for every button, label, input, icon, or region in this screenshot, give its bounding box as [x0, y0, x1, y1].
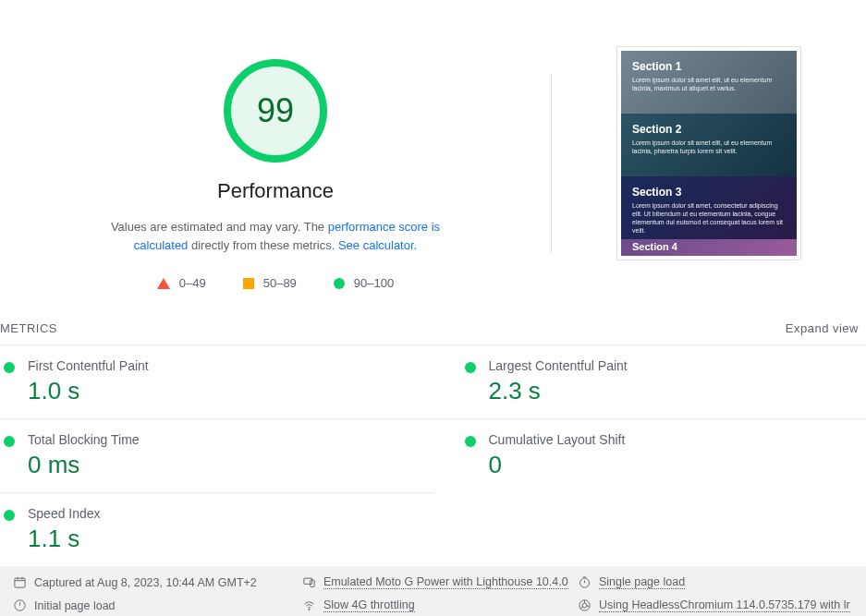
svg-rect-2	[15, 578, 25, 587]
metric-value: 0 ms	[28, 451, 424, 479]
svg-rect-3	[304, 578, 312, 584]
disclaimer-prefix: Values are estimated and may vary. The	[111, 220, 328, 234]
calendar-icon	[13, 575, 27, 589]
thumb-section-text: Lorem ipsum dolor sit amet elit, ut eu e…	[632, 76, 786, 92]
legend-avg: 50–89	[243, 276, 297, 290]
performance-gauge: 99	[220, 55, 331, 166]
footer-single-page[interactable]: Single page load	[578, 575, 853, 589]
score-legend: 0–49 50–89 90–100	[157, 276, 394, 290]
footer-text: Slow 4G throttling	[323, 598, 415, 612]
circle-pass-icon	[334, 278, 345, 289]
footer-text: Using HeadlessChromium 114.0.5735.179 wi…	[599, 598, 850, 612]
metric-name: Speed Index	[28, 506, 424, 521]
thumb-section: Section 2 Lorem ipsum dolor sit amet eli…	[621, 114, 797, 176]
status-dot-pass-icon	[465, 362, 476, 373]
see-calculator-link[interactable]: See calculator.	[338, 238, 417, 252]
metric-lcp[interactable]: Largest Contentful Paint 2.3 s	[433, 344, 867, 418]
status-dot-pass-icon	[4, 362, 15, 373]
disclaimer-mid: directly from these metrics.	[188, 238, 338, 252]
thumb-section: Section 1 Lorem ipsum dolor sit amet eli…	[621, 51, 797, 114]
performance-score: 99	[220, 55, 331, 166]
metrics-heading: METRICS	[0, 321, 57, 335]
footer-emulated[interactable]: Emulated Moto G Power with Lighthouse 10…	[302, 575, 578, 589]
metric-si[interactable]: Speed Index 1.1 s	[0, 492, 433, 566]
metrics-grid: First Contentful Paint 1.0 s Largest Con…	[0, 344, 866, 566]
legend-pass-label: 90–100	[354, 276, 394, 290]
metric-fcp[interactable]: First Contentful Paint 1.0 s	[0, 344, 433, 418]
metric-value: 1.1 s	[28, 525, 424, 553]
footer-initial-load: Initial page load	[13, 598, 302, 612]
page-screenshot-thumbnail[interactable]: Section 1 Lorem ipsum dolor sit amet eli…	[616, 46, 801, 260]
device-icon	[302, 575, 316, 589]
disclaimer-text: Values are estimated and may vary. The p…	[91, 218, 460, 254]
square-avg-icon	[243, 278, 254, 289]
metric-value: 2.3 s	[489, 377, 858, 405]
triangle-fail-icon	[157, 278, 170, 289]
footer-throttling[interactable]: Slow 4G throttling	[302, 598, 578, 612]
footer-captured: Captured at Aug 8, 2023, 10:44 AM GMT+2	[13, 575, 302, 589]
legend-fail: 0–49	[157, 276, 206, 290]
thumb-section-text: Lorem ipsum dolor sit amet, consectetur …	[632, 201, 786, 235]
legend-fail-label: 0–49	[179, 276, 206, 290]
chrome-icon	[578, 598, 592, 612]
status-dot-pass-icon	[4, 436, 15, 447]
footer-text: Initial page load	[34, 599, 116, 612]
thumb-section: Section 3 Lorem ipsum dolor sit amet, co…	[621, 176, 797, 239]
power-icon	[13, 598, 27, 612]
svg-point-7	[309, 609, 310, 610]
performance-label: Performance	[217, 179, 334, 203]
thumb-section: Section 4	[621, 239, 797, 256]
metric-name: Total Blocking Time	[28, 432, 424, 447]
metric-name: First Contentful Paint	[28, 358, 424, 373]
wifi-icon	[302, 598, 316, 612]
metric-value: 1.0 s	[28, 377, 424, 405]
timer-icon	[578, 575, 592, 589]
metric-name: Largest Contentful Paint	[489, 358, 858, 373]
footer-browser[interactable]: Using HeadlessChromium 114.0.5735.179 wi…	[578, 598, 853, 612]
footer-text: Captured at Aug 8, 2023, 10:44 AM GMT+2	[34, 576, 257, 589]
metric-tbt[interactable]: Total Blocking Time 0 ms	[0, 418, 433, 492]
metric-value: 0	[489, 451, 858, 479]
metric-name: Cumulative Layout Shift	[489, 432, 858, 447]
expand-view-toggle[interactable]: Expand view	[786, 321, 859, 335]
legend-pass: 90–100	[334, 276, 394, 290]
status-dot-pass-icon	[4, 510, 15, 521]
footer-text: Single page load	[599, 575, 685, 589]
thumb-section-title: Section 2	[632, 123, 786, 136]
thumb-section-title: Section 1	[632, 60, 786, 73]
thumb-section-title: Section 3	[632, 186, 786, 199]
status-dot-pass-icon	[465, 436, 476, 447]
thumb-section-title: Section 4	[632, 241, 786, 252]
legend-avg-label: 50–89	[263, 276, 297, 290]
footer: Captured at Aug 8, 2023, 10:44 AM GMT+2 …	[0, 566, 866, 616]
thumb-section-text: Lorem ipsum dolor sit amet elit, ut eu e…	[632, 139, 786, 155]
metric-cls[interactable]: Cumulative Layout Shift 0	[433, 418, 867, 492]
footer-text: Emulated Moto G Power with Lighthouse 10…	[323, 575, 568, 589]
